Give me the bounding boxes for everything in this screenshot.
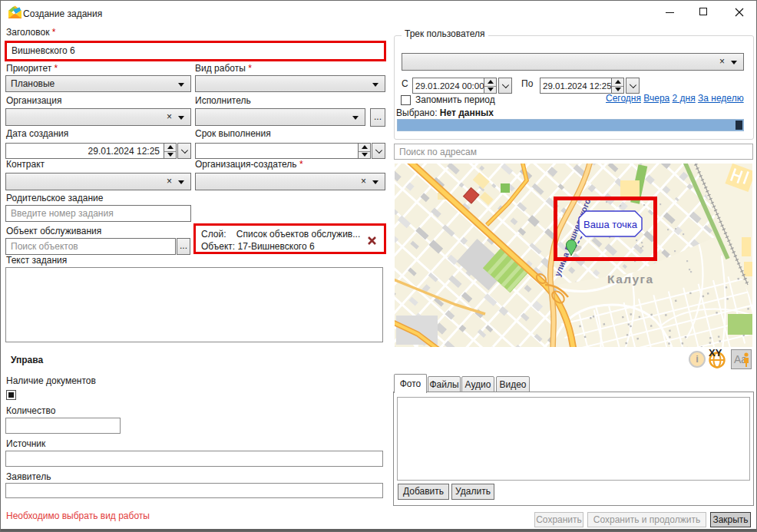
svg-text:Ваша точка: Ваша точка bbox=[583, 219, 638, 230]
svg-text:Калуга: Калуга bbox=[607, 273, 654, 286]
svg-text:XY: XY bbox=[709, 348, 722, 359]
